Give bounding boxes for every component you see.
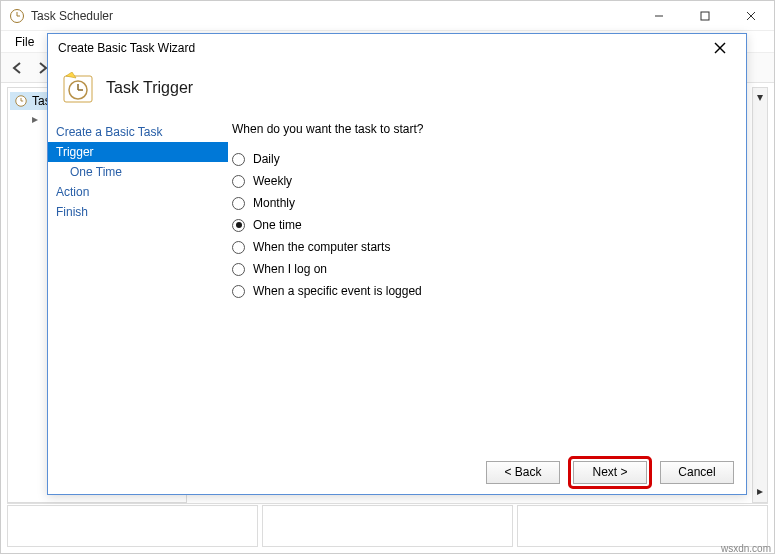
wizard-content: When do you want the task to start? Dail… <box>228 122 746 450</box>
maximize-button[interactable] <box>682 1 728 31</box>
parent-window-title: Task Scheduler <box>31 9 636 23</box>
radio-icon <box>232 263 245 276</box>
trigger-question: When do you want the task to start? <box>232 122 734 136</box>
step-action[interactable]: Action <box>48 182 228 202</box>
window-controls <box>636 1 774 30</box>
wizard-footer: < Back Next > Cancel <box>48 450 746 494</box>
radio-monthly[interactable]: Monthly <box>228 192 734 214</box>
clock-icon <box>14 94 28 108</box>
attribution-text: wsxdn.com <box>721 543 771 554</box>
chevron-down-icon[interactable]: ▾ <box>753 88 767 106</box>
step-create-task[interactable]: Create a Basic Task <box>48 122 228 142</box>
radio-icon <box>232 219 245 232</box>
radio-icon <box>232 241 245 254</box>
next-button[interactable]: Next > <box>573 461 647 484</box>
bottom-panel-2 <box>262 505 513 547</box>
step-finish[interactable]: Finish <box>48 202 228 222</box>
radio-label: Daily <box>253 152 280 166</box>
chevron-right-icon[interactable]: ▸ <box>753 480 767 502</box>
nav-back-icon[interactable] <box>7 57 29 79</box>
radio-icon <box>232 175 245 188</box>
radio-computer-starts[interactable]: When the computer starts <box>228 236 734 258</box>
expander-icon[interactable]: ▸ <box>32 112 42 126</box>
minimize-button[interactable] <box>636 1 682 31</box>
radio-icon <box>232 285 245 298</box>
cancel-button[interactable]: Cancel <box>660 461 734 484</box>
bottom-panel-1 <box>7 505 258 547</box>
actions-pane-collapsed: ▾ ▸ <box>752 87 768 503</box>
svg-rect-4 <box>701 12 709 20</box>
task-scheduler-window: Task Scheduler File <box>0 0 775 554</box>
create-basic-task-wizard: Create Basic Task Wizard Task Trigger Cr… <box>47 33 747 495</box>
app-clock-icon <box>9 8 25 24</box>
radio-label: When the computer starts <box>253 240 390 254</box>
radio-event-logged[interactable]: When a specific event is logged <box>228 280 734 302</box>
back-button[interactable]: < Back <box>486 461 560 484</box>
radio-label: When a specific event is logged <box>253 284 422 298</box>
radio-daily[interactable]: Daily <box>228 148 734 170</box>
radio-icon <box>232 197 245 210</box>
wizard-page-title: Task Trigger <box>106 79 193 97</box>
radio-one-time[interactable]: One time <box>228 214 734 236</box>
radio-label: Weekly <box>253 174 292 188</box>
parent-titlebar: Task Scheduler <box>1 1 774 31</box>
radio-label: When I log on <box>253 262 327 276</box>
next-button-highlight: Next > <box>568 456 652 489</box>
radio-log-on[interactable]: When I log on <box>228 258 734 280</box>
radio-weekly[interactable]: Weekly <box>228 170 734 192</box>
menu-file[interactable]: File <box>7 33 42 51</box>
wizard-clock-icon <box>62 72 94 104</box>
step-trigger[interactable]: Trigger <box>48 142 228 162</box>
close-button[interactable] <box>728 1 774 31</box>
bottom-panel-3 <box>517 505 768 547</box>
radio-label: Monthly <box>253 196 295 210</box>
wizard-header: Task Trigger <box>48 62 746 122</box>
radio-icon <box>232 153 245 166</box>
wizard-titlebar: Create Basic Task Wizard <box>48 34 746 62</box>
wizard-steps: Create a Basic Task Trigger One Time Act… <box>48 122 228 450</box>
step-one-time[interactable]: One Time <box>48 162 228 182</box>
wizard-close-button[interactable] <box>702 36 738 60</box>
wizard-body: Create a Basic Task Trigger One Time Act… <box>48 122 746 450</box>
radio-label: One time <box>253 218 302 232</box>
bottom-panels <box>7 505 768 547</box>
wizard-window-title: Create Basic Task Wizard <box>58 41 702 55</box>
